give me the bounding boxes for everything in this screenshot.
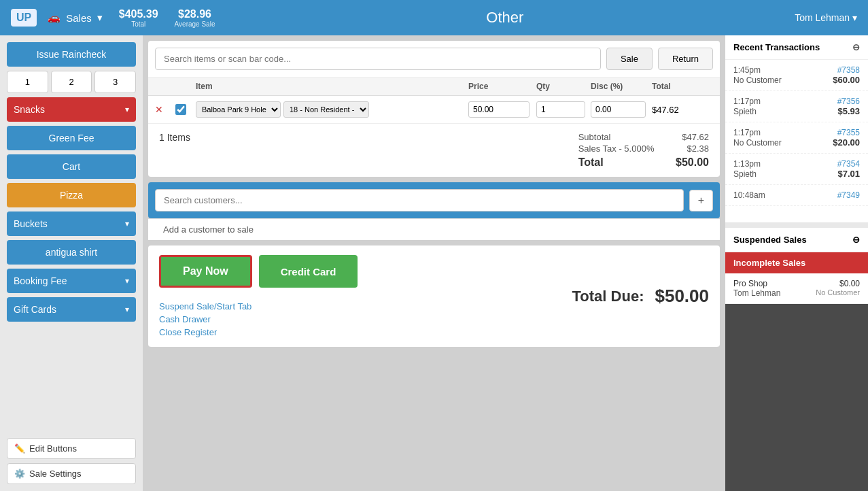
buckets-button[interactable]: Buckets (7, 211, 136, 236)
user-menu[interactable]: Tom Lehman ▾ (795, 12, 857, 23)
customer-section: + Add a customer to sale (148, 182, 720, 240)
avg-sale-stat: $28.96 Average Sale (175, 8, 215, 28)
items-footer: 1 Items Subtotal $47.62 Sales Tax - 5.00… (148, 124, 720, 177)
center-panel: Sale Return Item Price Qty Disc (%) Tota… (143, 35, 725, 491)
incomplete-sale-item: Pro Shop $0.00 Tom Lehman No Customer (725, 273, 868, 304)
col-item: Item (196, 82, 468, 91)
booking-fee-button[interactable]: Booking Fee (7, 269, 136, 293)
edit-buttons-button[interactable]: ✏️ Edit Buttons (7, 438, 136, 459)
suspend-sale-link[interactable]: Suspend Sale/Start Tab (159, 301, 358, 311)
recent-transactions-panel: Recent Transactions ⊖ 1:45pm #7358 No Cu… (725, 35, 868, 222)
sale-button[interactable]: Sale (606, 48, 653, 70)
transaction-amount: $7.01 (837, 169, 860, 179)
total-label: Total (119, 20, 158, 28)
sidebar-bottom: ✏️ Edit Buttons ⚙️ Sale Settings (7, 438, 136, 484)
customer-search-bar: + (148, 182, 720, 218)
cart-button[interactable]: Cart (7, 154, 136, 179)
avg-sale-label: Average Sale (175, 20, 215, 28)
shop-name: Pro Shop (733, 279, 767, 288)
col-qty: Qty (536, 82, 591, 91)
transaction-id[interactable]: #7358 (837, 65, 860, 75)
tax-value: $2.38 (687, 143, 709, 154)
transaction-customer: No Customer (733, 75, 782, 85)
page-title: Other (226, 9, 784, 27)
close-register-link[interactable]: Close Register (159, 327, 358, 337)
payment-links: Suspend Sale/Start Tab Cash Drawer Close… (159, 301, 358, 337)
item-search-input[interactable] (155, 48, 601, 70)
issue-raincheck-button[interactable]: Issue Raincheck (7, 42, 136, 67)
transaction-amount: $5.93 (837, 106, 860, 116)
user-dropdown-arrow: ▾ (852, 12, 857, 23)
snacks-button[interactable]: Snacks (7, 97, 136, 122)
col-disc: Disc (%) (591, 82, 652, 91)
customer-search-input[interactable] (155, 189, 684, 211)
total-stat: $405.39 Total (119, 8, 158, 28)
total-value: $405.39 (119, 8, 158, 20)
qty-input[interactable] (536, 101, 585, 118)
col-price: Price (468, 82, 536, 91)
collapse-icon[interactable]: ⊖ (852, 235, 860, 245)
transaction-time: 1:13pm (733, 159, 761, 169)
transaction-item: 1:13pm #7354 Spieth $7.01 (725, 154, 868, 185)
transaction-time: 10:48am (733, 190, 765, 200)
row-checkbox[interactable] (175, 104, 186, 115)
tab-1-button[interactable]: 1 (7, 71, 48, 93)
add-customer-button[interactable]: + (689, 190, 713, 211)
cash-drawer-link[interactable]: Cash Drawer (159, 314, 358, 324)
transaction-amount: $60.00 (833, 75, 860, 85)
sidebar: Issue Raincheck 1 2 3 Snacks Green Fee C… (0, 35, 143, 491)
tab-buttons: 1 2 3 (7, 71, 136, 93)
suspended-sales-header: Suspended Sales ⊖ (725, 228, 868, 252)
transaction-customer: No Customer (733, 138, 782, 148)
price-input[interactable] (468, 101, 530, 118)
total-due-amount: $50.00 (655, 286, 709, 307)
transaction-item: 1:45pm #7358 No Customer $60.00 (725, 60, 868, 91)
total-value: $50.00 (676, 156, 709, 169)
top-navigation: UP 🚗 Sales ▾ $405.39 Total $28.96 Averag… (0, 0, 868, 35)
pay-now-button[interactable]: Pay Now (159, 255, 252, 288)
payment-section: Pay Now Credit Card Suspend Sale/Start T… (148, 245, 720, 347)
antigua-shirt-button[interactable]: antigua shirt (7, 240, 136, 265)
transaction-amount: $20.00 (833, 137, 860, 148)
item-option-select[interactable]: 18 - Non Resident - (283, 101, 369, 118)
table-header: Item Price Qty Disc (%) Total (148, 78, 720, 96)
user-name: Tom Lehman (795, 12, 850, 23)
pizza-button[interactable]: Pizza (7, 183, 136, 207)
total-due-section: Total Due: $50.00 (572, 286, 709, 307)
collapse-icon[interactable]: ⊖ (852, 42, 860, 52)
transaction-id[interactable]: #7349 (837, 190, 860, 200)
tab-3-button[interactable]: 3 (94, 71, 136, 93)
transaction-customer: Spieth (733, 107, 757, 116)
green-fee-button[interactable]: Green Fee (7, 126, 136, 150)
sales-label: Sales (66, 12, 92, 24)
app-logo: UP (11, 9, 37, 27)
total-due-label: Total Due: (572, 288, 644, 305)
transaction-id[interactable]: #7354 (837, 159, 860, 169)
recent-transactions-header: Recent Transactions ⊖ (725, 35, 868, 60)
payment-buttons: Pay Now Credit Card (159, 255, 358, 288)
transaction-item: 1:17pm #7356 Spieth $5.93 (725, 91, 868, 122)
gear-icon: ⚙️ (14, 469, 25, 479)
tab-2-button[interactable]: 2 (51, 71, 92, 93)
credit-card-button[interactable]: Credit Card (259, 255, 358, 288)
total-label: Total (578, 156, 604, 169)
incomplete-amount: $0.00 (839, 279, 860, 288)
tax-label: Sales Tax - 5.000% (578, 143, 655, 154)
nav-stats: $405.39 Total $28.96 Average Sale (119, 8, 215, 28)
totals-section: Subtotal $47.62 Sales Tax - 5.000% $2.38… (578, 132, 709, 169)
payment-row: Pay Now Credit Card Suspend Sale/Start T… (159, 255, 709, 337)
transaction-id[interactable]: #7355 (837, 128, 860, 137)
incomplete-sales-header: Incomplete Sales (725, 252, 868, 273)
sales-menu[interactable]: 🚗 Sales ▾ (48, 12, 103, 24)
sale-settings-button[interactable]: ⚙️ Sale Settings (7, 463, 136, 484)
transaction-id[interactable]: #7356 (837, 97, 860, 106)
add-customer-text: Add a customer to sale (156, 220, 260, 239)
table-row: ✕ Balboa Park 9 Hole 18 - Non Resident -… (148, 96, 720, 124)
gift-cards-button[interactable]: Gift Cards (7, 297, 136, 322)
disc-input[interactable] (591, 101, 646, 118)
pencil-icon: ✏️ (14, 443, 25, 454)
delete-row-icon[interactable]: ✕ (155, 104, 175, 115)
return-button[interactable]: Return (658, 48, 713, 70)
items-count: 1 Items (159, 132, 190, 143)
item-name-select[interactable]: Balboa Park 9 Hole (196, 101, 281, 118)
